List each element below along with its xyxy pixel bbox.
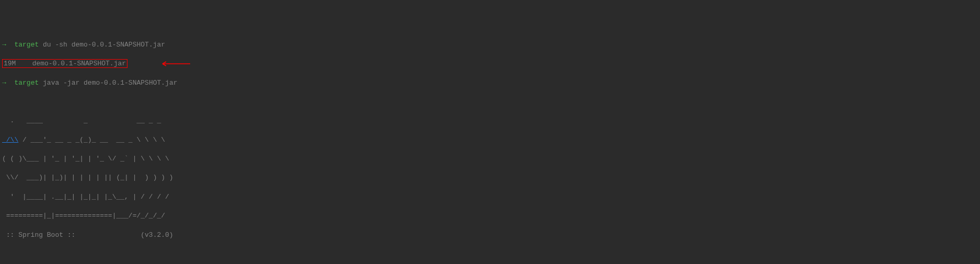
command-line-1: → target du -sh demo-0.0.1-SNAPSHOT.jar — [2, 40, 978, 50]
banner-line: \\/ ___)| |_)| | | | | || (_| | ) ) ) ) — [2, 173, 978, 182]
annotation-arrow-icon — [160, 60, 191, 67]
banner-line: ( ( )\___ | '_ | '_| | '_ \/ _` | \ \ \ … — [2, 154, 978, 164]
blank-line — [2, 97, 978, 107]
banner-line: ' |____| .__|_| |_|_| |_\__, | / / / / — [2, 192, 978, 202]
prompt-arrow-icon: → — [2, 41, 6, 49]
prompt-path: target — [14, 41, 39, 49]
output-line-1: 19M demo-0.0.1-SNAPSHOT.jar — [2, 59, 978, 68]
file-name: demo-0.0.1-SNAPSHOT.jar — [32, 60, 126, 67]
banner-line: =========|_|==============|___/=/_/_/_/ — [2, 211, 978, 221]
banner-footer: :: Spring Boot :: (v3.2.0) — [2, 231, 978, 240]
prompt-path: target — [14, 79, 39, 87]
command-text: du -sh demo-0.0.1-SNAPSHOT.jar — [43, 41, 165, 49]
banner-slash-link: /\\ — [2, 136, 18, 144]
banner-line: . ____ _ __ _ _ — [2, 116, 978, 125]
command-text: java -jar demo-0.0.1-SNAPSHOT.jar — [43, 79, 177, 87]
spring-boot-label: :: Spring Boot :: — [2, 231, 75, 239]
blank-line — [2, 249, 978, 259]
spring-boot-version: (v3.2.0) — [141, 231, 173, 239]
command-line-2: → target java -jar demo-0.0.1-SNAPSHOT.j… — [2, 78, 978, 88]
file-size: 19M — [4, 60, 16, 67]
banner-line: /\\ / ___'_ __ _ _(_)_ __ __ _ \ \ \ \ — [2, 135, 978, 145]
size-highlight-box: 19M demo-0.0.1-SNAPSHOT.jar — [2, 59, 127, 68]
prompt-arrow-icon: → — [2, 79, 6, 87]
